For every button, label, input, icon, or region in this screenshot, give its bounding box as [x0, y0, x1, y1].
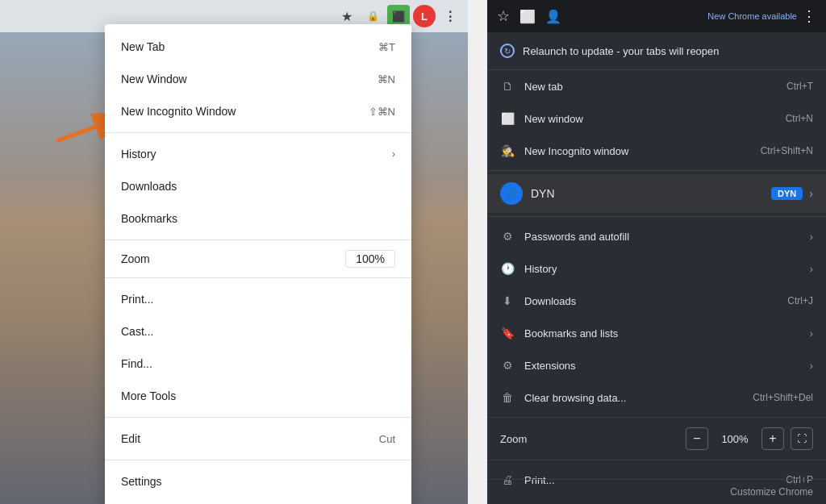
right-zoom-label: Zoom	[500, 433, 679, 445]
right-menu-item-incognito[interactable]: 🕵 New Incognito window Ctrl+Shift+N	[487, 135, 826, 167]
more-tools-label: More Tools	[121, 389, 176, 402]
extensions-left: ⚙ Extensions	[500, 358, 576, 373]
menu-item-print[interactable]: Print...	[105, 283, 411, 315]
menu-item-new-window[interactable]: New Window ⌘N	[105, 63, 411, 95]
extensions-label: Extensions	[524, 360, 576, 372]
right-history-label: History	[524, 263, 557, 275]
menu-item-find[interactable]: Find...	[105, 348, 411, 380]
right-more-icon[interactable]: ⋮	[802, 7, 816, 25]
left-dropdown-menu: New Tab ⌘T New Window ⌘N New Incognito W…	[105, 24, 411, 504]
right-new-window-label: New window	[524, 113, 583, 125]
more-menu-icon[interactable]: ⋮	[439, 5, 461, 27]
right-bookmarks-icon: 🔖	[500, 326, 515, 340]
menu-divider-1	[105, 132, 411, 133]
clear-data-shortcut: Ctrl+Shift+Del	[753, 392, 813, 403]
right-menu-item-history[interactable]: 🕐 History ›	[487, 252, 826, 285]
menu-item-edit[interactable]: Edit Cut	[105, 423, 411, 455]
new-tab-icon: 🗋	[500, 79, 515, 94]
clear-data-label: Clear browsing data...	[524, 392, 626, 404]
right-divider-1	[487, 170, 826, 171]
chevron-right-icon: ›	[392, 148, 395, 160]
new-window-label: New Window	[121, 73, 187, 85]
downloads-left: ⬇ Downloads	[500, 294, 576, 308]
right-menu-item-new-tab[interactable]: 🗋 New tab Ctrl+T	[487, 70, 826, 102]
edit-label: Edit	[121, 432, 140, 445]
downloads-label: Downloads	[121, 180, 177, 193]
right-divider-2	[487, 216, 826, 217]
right-topbar: ☆ ⬜ 👤 New Chrome available ⋮	[487, 0, 826, 32]
right-dropdown-menu: ☆ ⬜ 👤 New Chrome available ⋮ ↻ Relaunch …	[487, 0, 826, 504]
menu-item-new-tab[interactable]: New Tab ⌘T	[105, 31, 411, 63]
profile-icon[interactable]: L	[413, 5, 436, 27]
right-menu-item-downloads[interactable]: ⬇ Downloads Ctrl+J	[487, 285, 826, 317]
passwords-icon: ⚙	[500, 229, 515, 244]
zoom-plus-button[interactable]: +	[761, 427, 784, 450]
print-label: Print...	[121, 293, 153, 306]
right-profile-icon[interactable]: 👤	[545, 9, 561, 24]
update-circle-icon: ↻	[500, 44, 515, 58]
customize-chrome-bar: Customize Chrome	[487, 479, 826, 504]
zoom-minus-button[interactable]: −	[686, 427, 708, 450]
right-menu-item-clear-data[interactable]: 🗑 Clear browsing data... Ctrl+Shift+Del	[487, 381, 826, 414]
menu-divider-5	[105, 460, 411, 460]
menu-item-downloads[interactable]: Downloads	[105, 170, 411, 202]
profile-row[interactable]: 👤 DYN DYN ›	[487, 174, 826, 213]
zoom-label: Zoom	[121, 252, 345, 265]
menu-item-more-tools[interactable]: More Tools	[105, 380, 411, 412]
profile-name: DYN	[531, 187, 555, 200]
menu-item-help[interactable]: Help	[105, 498, 411, 504]
new-incognito-label: New Incognito Window	[121, 105, 236, 118]
incognito-left: 🕵 New Incognito window	[500, 144, 628, 158]
zoom-percent-value: 100%	[715, 433, 755, 445]
clear-data-left: 🗑 Clear browsing data...	[500, 390, 626, 405]
zoom-controls: 100%	[345, 250, 395, 268]
update-label: New Chrome available	[707, 11, 797, 21]
right-star-icon[interactable]: ☆	[497, 7, 510, 25]
right-new-window-shortcut: Ctrl+N	[786, 113, 813, 124]
passwords-label: Passwords and autofill	[524, 231, 629, 243]
fullscreen-button[interactable]: ⛶	[791, 427, 813, 450]
menu-divider-3	[105, 277, 411, 278]
right-update-area: New Chrome available ⋮	[707, 7, 816, 25]
right-menu-item-extensions[interactable]: ⚙ Extensions ›	[487, 349, 826, 381]
history-icon: 🕐	[500, 261, 515, 276]
right-downloads-label: Downloads	[524, 295, 576, 307]
right-menu-item-new-window[interactable]: ⬜ New window Ctrl+N	[487, 102, 826, 135]
cut-label: Cut	[379, 433, 395, 445]
new-tab-shortcut: ⌘T	[378, 41, 395, 53]
profile-avatar: 👤	[500, 182, 523, 205]
right-incognito-shortcut: Ctrl+Shift+N	[761, 145, 813, 156]
menu-divider-4	[105, 417, 411, 418]
menu-item-cast[interactable]: Cast...	[105, 315, 411, 348]
zoom-row: Zoom 100%	[105, 245, 411, 273]
new-window-shortcut: ⌘N	[378, 73, 395, 85]
menu-item-history[interactable]: History ›	[105, 138, 411, 170]
right-window-icon[interactable]: ⬜	[519, 9, 536, 24]
profile-left: 👤 DYN	[500, 182, 555, 205]
history-label: History	[121, 148, 156, 160]
bookmarks-label: Bookmarks	[121, 212, 177, 225]
downloads-icon: ⬇	[500, 294, 515, 308]
update-banner[interactable]: ↻ Relaunch to update - your tabs will re…	[487, 32, 826, 70]
right-incognito-label: New Incognito window	[524, 145, 628, 157]
new-window-icon: ⬜	[500, 111, 515, 126]
extensions-arrow-icon: ›	[810, 360, 813, 372]
settings-label: Settings	[121, 475, 162, 488]
menu-item-new-incognito[interactable]: New Incognito Window ⇧⌘N	[105, 95, 411, 127]
right-divider-4	[487, 460, 826, 460]
menu-item-settings[interactable]: Settings	[105, 465, 411, 498]
cast-label: Cast...	[121, 325, 153, 338]
new-tab-label: New Tab	[121, 40, 165, 53]
right-new-tab-label: New tab	[524, 81, 563, 93]
zoom-value: 100%	[345, 250, 395, 268]
menu-item-bookmarks[interactable]: Bookmarks	[105, 202, 411, 235]
bookmarks-left: 🔖 Bookmarks and lists	[500, 326, 618, 340]
menu-divider-2	[105, 240, 411, 240]
incognito-icon: 🕵	[500, 144, 515, 158]
right-menu-item-bookmarks[interactable]: 🔖 Bookmarks and lists ›	[487, 317, 826, 349]
profile-badge: DYN	[771, 187, 803, 200]
right-menu-item-passwords[interactable]: ⚙ Passwords and autofill ›	[487, 220, 826, 252]
new-incognito-shortcut: ⇧⌘N	[369, 106, 395, 118]
right-divider-3	[487, 417, 826, 418]
right-zoom-row: Zoom − 100% + ⛶	[487, 421, 826, 456]
